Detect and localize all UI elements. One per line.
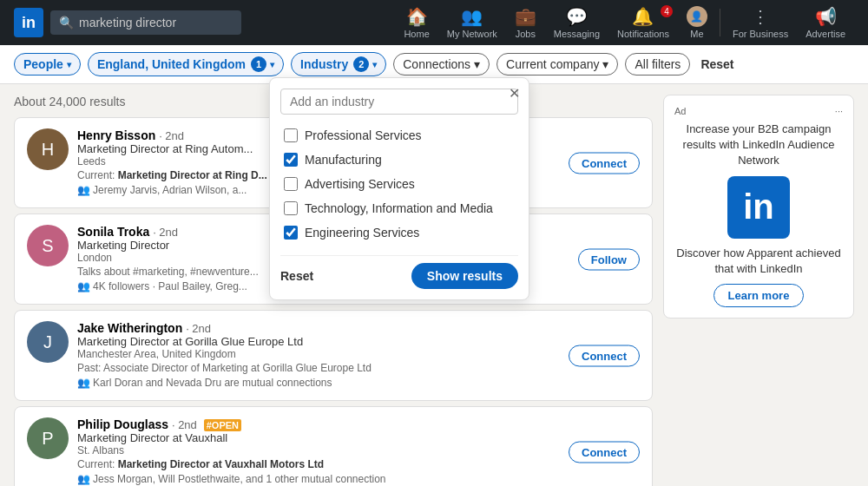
industry-dropdown: ✕ Professional Services Manufacturing Ad… [269,77,529,300]
topnav-me-label: Me [690,29,703,39]
mutual-connections: 👥 Jeremy Jarvis, Adrian Wilson, a... [77,184,247,196]
person-meta: Past: Associate Director of Marketing at… [77,362,640,374]
network-icon: 👥 [461,6,483,27]
topnav-network[interactable]: 👥 My Network [438,0,506,45]
dropdown-reset-button[interactable]: Reset [280,269,313,283]
chevron-down-icon: ▾ [67,60,71,69]
follow-button[interactable]: Follow [578,248,640,270]
open-to-work-badge: #OPEN [204,419,241,431]
linkedin-logo[interactable]: in [14,8,43,37]
technology-information-checkbox[interactable] [284,201,298,215]
person-action: Connect [569,345,640,366]
filter-people[interactable]: People ▾ [14,53,81,76]
chevron-down-icon-3: ▾ [372,60,377,69]
topnav-advertise-label: Advertise [806,29,845,39]
avatar: P [27,417,69,459]
ad-menu-icon[interactable]: ··· [835,106,843,116]
topnav-notifications-label: Notifications [617,29,669,39]
topnav-items: 🏠 Home 👥 My Network 💼 Jobs 💬 Messaging 🔔… [395,0,854,45]
topnav-advertise[interactable]: 📢 Advertise [797,0,854,45]
avatar: S [27,225,69,266]
filter-industry[interactable]: Industry 2 ▾ [291,52,386,76]
list-item[interactable]: Professional Services [280,123,518,148]
notifications-badge: 4 [661,5,673,17]
show-results-button[interactable]: Show results [411,263,518,289]
mutual-connections: 👥 4K followers · Paul Bailey, Greg... [77,280,247,292]
professional-services-checkbox[interactable] [284,128,298,142]
jobs-icon: 💼 [515,6,536,27]
filter-current-company[interactable]: Current company ▾ [496,53,618,76]
engineering-services-checkbox[interactable] [284,226,298,240]
topnav-business-label: For Business [733,29,788,39]
connection-degree: · 2nd [172,418,197,431]
home-icon: 🏠 [406,6,428,27]
list-item[interactable]: Manufacturing [280,148,518,172]
dropdown-footer: Reset Show results [280,255,518,289]
connect-button[interactable]: Connect [569,441,640,463]
topnav-business[interactable]: ⋮ For Business [724,0,797,45]
topnav-messaging[interactable]: 💬 Messaging [545,0,608,45]
filter-connections[interactable]: Connections ▾ [393,53,490,76]
messaging-icon: 💬 [566,6,588,27]
person-location: St. Albans [77,444,640,456]
filter-people-label: People [23,57,63,71]
avatar: 👤 [687,6,707,27]
topnav-divider [720,9,720,36]
ad-body-text: Discover how Apparent achieved that with… [674,246,843,277]
manufacturing-checkbox[interactable] [284,153,298,167]
person-name: Philip Douglass · 2nd #OPEN [77,417,640,431]
ad-body: Increase your B2B campaign results with … [674,122,843,307]
search-icon: 🔍 [59,16,74,30]
list-item[interactable]: Engineering Services [280,220,518,245]
topnav-messaging-label: Messaging [554,29,600,39]
industry-option-label: Professional Services [305,128,422,142]
industry-search-input[interactable] [280,89,518,115]
connect-button[interactable]: Connect [569,345,640,366]
topnav-notifications[interactable]: 🔔 4 Notifications [608,0,678,45]
filter-reset-button[interactable]: Reset [700,57,733,71]
chevron-down-icon-4: ▾ [474,57,480,71]
topnav-home[interactable]: 🏠 Home [395,0,437,45]
learn-more-button[interactable]: Learn more [713,284,805,307]
ad-panel: Ad ··· Increase your B2B campaign result… [663,95,854,319]
filter-industry-label: Industry [300,57,348,71]
person-info: Jake Witherington · 2nd Marketing Direct… [77,321,640,390]
filter-location[interactable]: England, United Kingdom 1 ▾ [88,52,284,76]
search-input[interactable] [79,16,227,30]
mutual-connections: 👥 Karl Doran and Nevada Dru are mutual c… [77,377,332,389]
chevron-down-icon-2: ▾ [270,60,274,69]
avatar: H [27,128,69,170]
connection-degree: · 2nd [186,322,211,335]
advertise-icon: 📢 [815,6,837,27]
filter-current-company-label: Current company [506,57,599,71]
connect-button[interactable]: Connect [569,152,640,174]
industry-option-label: Technology, Information and Media [305,201,493,215]
topnav-network-label: My Network [447,29,497,39]
topnav: in 🔍 🏠 Home 👥 My Network 💼 Jobs 💬 Messag… [0,0,868,45]
filter-all-label: All filters [635,57,681,71]
topnav-me[interactable]: 👤 Me [678,0,716,45]
filter-location-label: England, United Kingdom [97,57,246,71]
table-row: P Philip Douglass · 2nd #OPEN Marketing … [14,406,653,486]
industry-option-label: Advertising Services [305,177,415,191]
industry-option-label: Engineering Services [305,226,419,240]
topnav-jobs[interactable]: 💼 Jobs [506,0,545,45]
topnav-home-label: Home [404,29,429,39]
list-item[interactable]: Technology, Information and Media [280,196,518,220]
chevron-down-icon-5: ▾ [602,57,608,71]
person-title: Marketing Director at Vauxhall [77,431,640,444]
person-action: Connect [569,441,640,463]
person-meta: Current: Marketing Director at Vauxhall … [77,458,640,470]
notifications-icon: 🔔 [632,6,654,27]
advertising-services-checkbox[interactable] [284,177,298,191]
person-info: Philip Douglass · 2nd #OPEN Marketing Di… [77,417,640,486]
main-content: About 24,000 results H Henry Bisson · 2n… [0,84,868,486]
table-row: J Jake Witherington · 2nd Marketing Dire… [14,310,653,401]
search-bar[interactable]: 🔍 [50,10,241,35]
person-action: Follow [578,248,640,270]
ad-headline: Increase your B2B campaign results with … [674,122,843,169]
list-item[interactable]: Advertising Services [280,172,518,196]
close-icon[interactable]: ✕ [509,85,520,102]
linkedin-ad-logo: in [727,176,790,239]
filter-all[interactable]: All filters [625,53,690,76]
